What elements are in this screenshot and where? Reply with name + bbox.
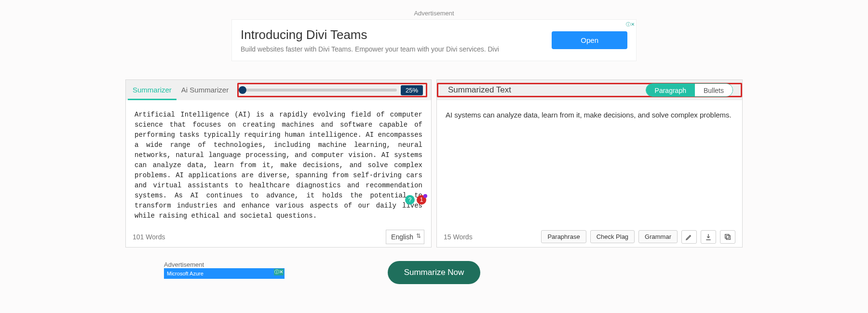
tab-summarizer[interactable]: Summarizer	[128, 80, 176, 100]
ad-top-box[interactable]: Introducing Divi Teams Build websites fa…	[231, 19, 637, 61]
slider-value-badge: 25%	[401, 85, 423, 95]
ad-bottom-box[interactable]: Microsoft Azure ⓘ✕	[164, 268, 285, 279]
summary-length-slider[interactable]: 25%	[237, 83, 427, 97]
output-header-highlight: Summarized Text Paragraph Bullets	[437, 83, 742, 97]
toggle-paragraph[interactable]: Paragraph	[646, 84, 695, 96]
grammar-button[interactable]: Grammar	[638, 230, 678, 243]
output-panel: Summarized Text Paragraph Bullets AI sys…	[436, 79, 743, 248]
ad-bottom-label: Advertisement	[164, 261, 331, 268]
paraphrase-button[interactable]: Paraphrase	[541, 230, 586, 243]
adchoices-bottom-icon[interactable]: ⓘ✕	[274, 269, 284, 275]
ad-top-title: Introducing Divi Teams	[241, 27, 499, 42]
copy-icon[interactable]	[720, 230, 735, 244]
output-text-area: AI systems can analyze data, learn from …	[437, 100, 742, 226]
download-icon[interactable]	[701, 230, 716, 244]
output-title: Summarized Text	[441, 85, 511, 95]
slider-track[interactable]	[242, 89, 397, 91]
input-text-area[interactable]: Artificial Intelligence (AI) is a rapidl…	[126, 100, 431, 226]
notification-icon[interactable]: 1	[417, 195, 426, 205]
adchoices-icon[interactable]: ⓘ✕	[626, 21, 635, 28]
input-word-count: 101 Words	[133, 233, 165, 241]
input-panel: Summarizer Ai Summarizer 25% Artificial …	[125, 79, 432, 248]
slider-thumb[interactable]	[239, 86, 246, 94]
svg-rect-0	[726, 235, 730, 239]
edit-icon[interactable]	[681, 230, 697, 244]
svg-rect-1	[725, 234, 729, 238]
output-word-count: 15 Words	[444, 233, 473, 241]
check-plag-button[interactable]: Check Plag	[590, 230, 635, 243]
toggle-bullets[interactable]: Bullets	[695, 84, 732, 96]
ad-top-subtitle: Build websites faster with Divi Teams. E…	[241, 45, 499, 53]
tab-ai-summarizer[interactable]: Ai Summarizer	[176, 80, 233, 100]
ad-open-button[interactable]: Open	[552, 31, 627, 49]
ad-bottom-brand: Microsoft Azure	[167, 271, 203, 276]
summarize-now-button[interactable]: Summarize Now	[388, 261, 481, 284]
hint-icon[interactable]: ?	[405, 195, 415, 205]
output-mode-toggle[interactable]: Paragraph Bullets	[646, 83, 733, 97]
ad-top-label: Advertisement	[0, 10, 868, 17]
language-select[interactable]: English	[386, 230, 424, 244]
